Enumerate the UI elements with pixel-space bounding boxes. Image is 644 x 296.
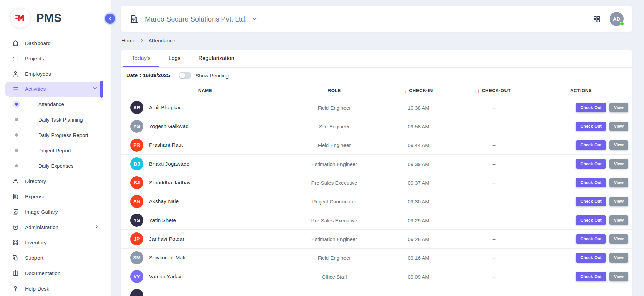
sidebar-item-activities[interactable]: Activities <box>5 82 103 97</box>
check-out-button[interactable]: Check Out <box>576 140 606 150</box>
check-out-time: -- <box>458 180 530 186</box>
company-selector[interactable]: Marco Secure Solutions Pvt. Ltd. <box>145 15 247 23</box>
employee-name: Yogesh Gaikwad <box>149 123 189 129</box>
tab-logs[interactable]: Logs <box>159 50 189 67</box>
sidebar-item-documentation[interactable]: Documentation <box>0 266 111 281</box>
sidebar-item-label: Support <box>25 255 43 261</box>
sidebar-subitem-label: Project Report <box>38 147 71 153</box>
sidebar-item-label: Dashboard <box>25 40 51 46</box>
sidebar-subitem-daily-task-planning[interactable]: Daily Task Planning <box>0 112 111 127</box>
sidebar-item-directory[interactable]: Directory <box>0 173 111 189</box>
active-indicator-bar <box>100 81 103 98</box>
column-header-role[interactable]: ROLE <box>290 88 379 93</box>
show-pending-toggle[interactable] <box>179 72 191 79</box>
sidebar-subitem-label: Daily Task Planning <box>38 117 83 123</box>
employee-name: Shivkumar Mali <box>149 255 185 261</box>
column-header-actions: ACTIONS <box>530 88 632 93</box>
user-avatar[interactable]: AD <box>610 12 624 26</box>
view-button[interactable]: View <box>609 103 628 112</box>
table-row: SJShraddha JadhavPre-Sales Executive09:3… <box>121 173 632 192</box>
breadcrumb: Home Attendance <box>121 38 632 44</box>
view-button[interactable]: View <box>609 253 628 263</box>
sidebar-item-employees[interactable]: Employees <box>0 66 111 82</box>
sidebar-item-inventory[interactable]: Inventory <box>0 235 111 250</box>
check-out-button[interactable]: Check Out <box>576 272 606 281</box>
check-in-time: 09:39 AM <box>379 161 458 167</box>
check-in-time: 09:37 AM <box>379 180 458 186</box>
sidebar-item-label: Image Gallary <box>25 209 58 215</box>
sidebar-item-support[interactable]: Support <box>0 250 111 266</box>
sidebar-subitem-project-report[interactable]: Project Report <box>0 143 111 158</box>
sidebar-item-dashboard[interactable]: Dashboard <box>0 36 111 51</box>
view-button[interactable]: View <box>609 234 628 244</box>
tab-regularization[interactable]: Regularization <box>189 50 243 67</box>
breadcrumb-attendance: Attendance <box>148 38 175 44</box>
employee-role: Estimation Engineer <box>290 161 379 167</box>
sidebar-collapse-button[interactable] <box>105 14 115 24</box>
sidebar: PMS DashboardProjectsEmployeesActivities… <box>0 0 111 296</box>
tab-todays[interactable]: Today's <box>123 50 159 67</box>
check-out-button[interactable]: Check Out <box>576 215 606 225</box>
sidebar-item-label: Directory <box>25 178 46 184</box>
check-out-time: -- <box>458 217 530 223</box>
view-button[interactable]: View <box>609 215 628 225</box>
check-in-time: 10:38 AM <box>379 105 458 111</box>
check-out-time: -- <box>458 255 530 261</box>
copy-icon <box>12 254 19 262</box>
employee-avatar: SM <box>130 251 143 264</box>
check-out-button[interactable]: Check Out <box>576 253 606 263</box>
sidebar-item-help-desk[interactable]: ?Help Desk <box>0 281 111 296</box>
check-out-button[interactable]: Check Out <box>576 178 606 187</box>
check-out-button[interactable]: Check Out <box>576 103 606 112</box>
avatar-initials: AD <box>613 16 620 22</box>
table-controls: Date : 16/08/2025 Show Pending <box>121 68 632 83</box>
sidebar-item-image-gallary[interactable]: Image Gallary <box>0 204 111 220</box>
table-row: PRPrashant RautField Engineer09:44 AM--C… <box>121 136 632 155</box>
view-button[interactable]: View <box>609 122 628 131</box>
column-header-name[interactable]: NAME <box>121 88 290 93</box>
check-out-button[interactable]: Check Out <box>576 159 606 169</box>
employee-role: Pre-Sales Executive <box>290 217 379 223</box>
sidebar-item-label: Expense <box>25 194 45 200</box>
check-out-button[interactable]: Check Out <box>576 197 606 206</box>
sidebar-nav: DashboardProjectsEmployeesActivitiesAtte… <box>0 36 111 296</box>
sidebar-subitem-daily-expenses[interactable]: Daily Expenses <box>0 158 111 173</box>
check-out-button[interactable]: Check Out <box>576 122 606 131</box>
employee-avatar: YS <box>130 214 143 227</box>
sidebar-subitem-daily-progress-report[interactable]: Daily Progress Report <box>0 127 111 143</box>
view-button[interactable]: View <box>609 159 628 169</box>
chevron-down-icon[interactable] <box>252 16 258 22</box>
column-header-check-out[interactable]: ↑ CHECK-OUT <box>458 88 530 94</box>
employee-name: Vaman Yadav <box>149 273 181 280</box>
app-logo: PMS <box>0 0 111 33</box>
sidebar-item-administration[interactable]: Administration <box>0 220 111 235</box>
table-row: SMShivkumar MaliField Engineer09:16 AM--… <box>121 249 632 267</box>
check-out-time: -- <box>458 105 530 111</box>
column-header-check-in[interactable]: ↓ CHECK-IN <box>379 88 458 94</box>
attendance-card: Today's Logs Regularization Date : 16/08… <box>121 50 632 296</box>
breadcrumb-home[interactable]: Home <box>121 38 135 44</box>
apps-grid-icon[interactable] <box>592 15 601 23</box>
view-button[interactable]: View <box>609 197 628 206</box>
sort-desc-icon: ↓ <box>404 88 407 94</box>
employee-name: Prashant Raut <box>149 142 183 148</box>
check-in-time: 09:58 AM <box>379 124 458 129</box>
people-icon <box>12 178 19 185</box>
sidebar-item-label: Employees <box>25 71 51 77</box>
chevron-right-icon <box>140 39 144 43</box>
sidebar-item-projects[interactable]: Projects <box>0 51 111 66</box>
sidebar-item-expense[interactable]: Expense <box>0 189 111 204</box>
table-row: YSYatin ShetePre-Sales Executive09:29 AM… <box>121 211 632 230</box>
employee-avatar: YG <box>130 120 143 133</box>
main-content: Marco Secure Solutions Pvt. Ltd. AD Home… <box>111 0 644 296</box>
employee-role: Project Coordinator <box>290 199 379 205</box>
date-label: Date : 16/08/2025 <box>126 72 170 79</box>
show-pending-label: Show Pending <box>195 73 229 79</box>
check-out-button[interactable]: Check Out <box>576 234 606 244</box>
view-button[interactable]: View <box>609 140 628 150</box>
view-button[interactable]: View <box>609 272 628 281</box>
employee-avatar: JP <box>130 232 143 245</box>
view-button[interactable]: View <box>609 178 628 187</box>
sidebar-subitem-attendance[interactable]: Attendance <box>0 97 111 112</box>
employee-name: Yatin Shete <box>149 217 176 223</box>
